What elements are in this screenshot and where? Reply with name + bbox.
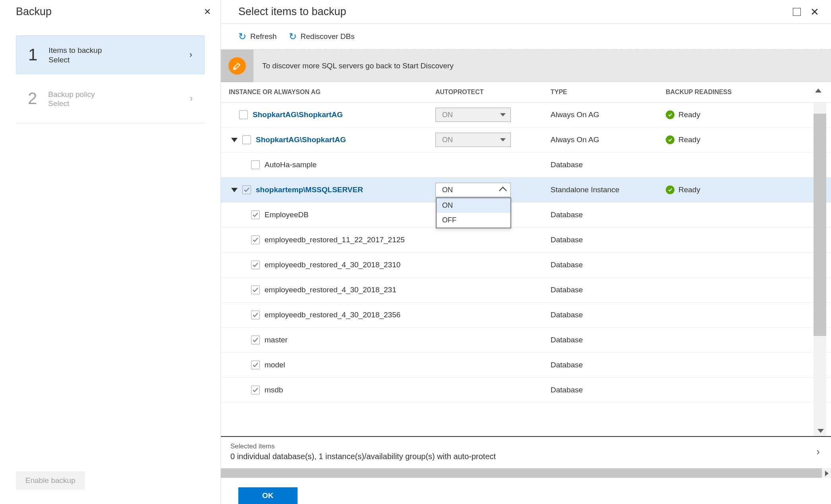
table-row[interactable]: employeedb_restored_4_30_2018_231Databas… — [221, 278, 831, 303]
row-type: Database — [551, 311, 666, 319]
row-type: Database — [551, 160, 666, 169]
refresh-icon: ↻ — [238, 31, 246, 42]
step-title: Backup policy — [48, 89, 95, 100]
dropdown-option[interactable]: ON — [437, 198, 510, 213]
info-banner: To discover more SQL servers go back to … — [221, 50, 831, 82]
step-number: 1 — [28, 46, 37, 63]
rediscover-label: Rediscover DBs — [301, 32, 355, 41]
table-row[interactable]: EmployeeDBDatabase — [221, 203, 831, 228]
autoprotect-select[interactable]: ON — [435, 133, 511, 147]
autoprotect-value: ON — [442, 186, 453, 194]
caret-down-icon[interactable] — [231, 188, 238, 192]
checkbox[interactable] — [251, 236, 260, 244]
table-row[interactable]: msdbDatabase — [221, 378, 831, 403]
close-icon[interactable]: ✕ — [204, 8, 211, 16]
summary-title: Selected items — [230, 442, 496, 450]
checkbox[interactable] — [251, 311, 260, 319]
divider — [16, 123, 205, 124]
main-panel: Select items to backup ✕ ↻ Refresh ↻ Red… — [221, 0, 831, 504]
row-type: Database — [551, 210, 666, 219]
table-row[interactable]: employeedb_restored_4_30_2018_2310Databa… — [221, 253, 831, 278]
step-items-to-backup[interactable]: 1 Items to backup Select › — [16, 35, 205, 74]
row-name: msdb — [265, 386, 283, 394]
summary-bar[interactable]: Selected items 0 individual database(s),… — [221, 436, 831, 468]
autoprotect-dropdown: ONOFF — [436, 197, 511, 228]
table-row[interactable]: AutoHa-sampleDatabase — [221, 153, 831, 178]
col-autoprotect[interactable]: AUTOPROTECT — [435, 89, 551, 96]
dropdown-option[interactable]: OFF — [437, 213, 510, 228]
checkbox[interactable] — [239, 110, 248, 119]
checkbox[interactable] — [242, 185, 251, 194]
scrollbar-thumb[interactable] — [221, 468, 822, 478]
readiness-label: Ready — [678, 185, 700, 194]
step-title: Items to backup — [48, 45, 102, 56]
banner-text: To discover more SQL servers go back to … — [262, 62, 454, 70]
tools-icon — [228, 57, 246, 75]
checkbox[interactable] — [251, 286, 260, 294]
row-name: EmployeeDB — [265, 210, 309, 219]
chevron-up-icon — [499, 187, 507, 195]
step-subtitle: Select — [48, 99, 95, 108]
close-icon[interactable]: ✕ — [810, 7, 819, 17]
checkbox[interactable] — [251, 261, 260, 269]
row-type: Standalone Instance — [551, 185, 666, 194]
toolbar: ↻ Refresh ↻ Rediscover DBs — [221, 24, 831, 50]
table-row[interactable]: ShopkartAG\ShopkartAGONAlways On AGReady — [221, 127, 831, 153]
readiness-label: Ready — [678, 110, 700, 119]
autoprotect-select[interactable]: ON — [435, 108, 511, 122]
checkbox[interactable] — [251, 386, 260, 394]
success-icon — [666, 135, 674, 144]
step-subtitle: Select — [48, 56, 102, 64]
scrollbar-thumb[interactable] — [814, 114, 826, 336]
table-row[interactable]: ShopkartAG\ShopkartAGONAlways On AGReady — [221, 102, 831, 127]
table-body: ShopkartAG\ShopkartAGONAlways On AGReady… — [221, 102, 831, 436]
chevron-right-icon: › — [189, 50, 192, 60]
row-type: Database — [551, 236, 666, 244]
scroll-up-icon[interactable] — [815, 89, 821, 93]
maximize-icon[interactable] — [793, 8, 801, 16]
checkbox[interactable] — [251, 336, 260, 344]
sidebar: Backup ✕ 1 Items to backup Select › 2 B — [0, 0, 221, 504]
row-type: Always On AG — [551, 110, 666, 119]
chevron-right-icon: › — [816, 446, 820, 458]
readiness-label: Ready — [678, 135, 700, 144]
row-type: Database — [551, 336, 666, 344]
rediscover-button[interactable]: ↻ Rediscover DBs — [289, 31, 355, 42]
refresh-label: Refresh — [250, 32, 277, 41]
row-name: employeedb_restored_4_30_2018_2356 — [265, 311, 400, 319]
checkbox[interactable] — [251, 210, 260, 219]
caret-down-icon[interactable] — [231, 138, 238, 142]
page-title: Select items to backup — [238, 6, 346, 18]
horizontal-scrollbar[interactable] — [221, 468, 831, 478]
refresh-button[interactable]: ↻ Refresh — [238, 31, 277, 42]
col-type[interactable]: TYPE — [551, 89, 666, 96]
ok-button[interactable]: OK — [238, 487, 298, 504]
scroll-down-icon[interactable] — [817, 429, 824, 433]
row-type: Database — [551, 386, 666, 394]
row-type: Database — [551, 286, 666, 294]
col-readiness[interactable]: BACKUP READINESS — [666, 89, 810, 96]
checkbox[interactable] — [251, 160, 260, 169]
table-row[interactable]: modelDatabase — [221, 353, 831, 378]
autoprotect-value: ON — [442, 111, 453, 119]
col-instance[interactable]: INSTANCE OR ALWAYSON AG — [229, 89, 435, 96]
table-row[interactable]: shopkartemp\MSSQLSERVERONONOFFStandalone… — [221, 178, 831, 203]
chevron-down-icon — [500, 113, 506, 116]
enable-backup-button[interactable]: Enable backup — [16, 471, 85, 490]
row-name: employeedb_restored_4_30_2018_2310 — [265, 261, 400, 269]
success-icon — [666, 110, 674, 119]
autoprotect-select[interactable]: ONONOFF — [435, 183, 511, 197]
row-name: master — [265, 336, 288, 344]
table-header: INSTANCE OR ALWAYSON AG AUTOPROTECT TYPE… — [221, 82, 831, 102]
checkbox[interactable] — [251, 361, 260, 369]
row-name: shopkartemp\MSSQLSERVER — [256, 185, 363, 194]
table-row[interactable]: masterDatabase — [221, 328, 831, 353]
step-backup-policy[interactable]: 2 Backup policy Select › — [16, 80, 205, 118]
table-row[interactable]: employeedb_restored_11_22_2017_2125Datab… — [221, 228, 831, 253]
success-icon — [666, 185, 674, 194]
table-row[interactable]: employeedb_restored_4_30_2018_2356Databa… — [221, 303, 831, 328]
row-type: Always On AG — [551, 135, 666, 144]
checkbox[interactable] — [242, 135, 251, 144]
refresh-icon: ↻ — [289, 31, 297, 42]
scroll-right-icon[interactable] — [825, 471, 829, 476]
